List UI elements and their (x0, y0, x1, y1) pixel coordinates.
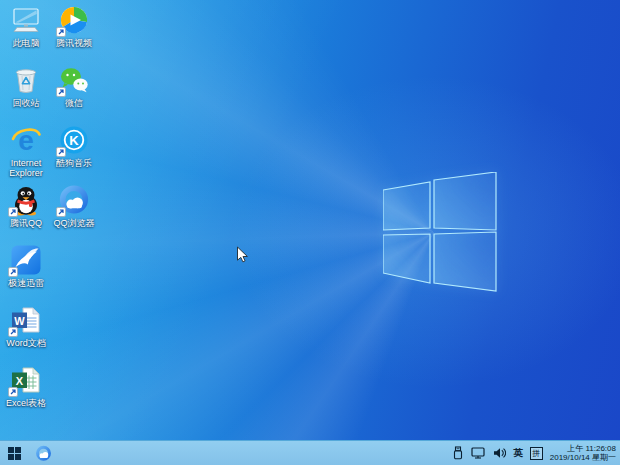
icon-label: 微信 (65, 98, 83, 108)
icon-label: Excel表格 (6, 398, 46, 408)
icon-label: Word文档 (6, 338, 45, 348)
desktop-icon-word-document[interactable]: W Word文档 (2, 304, 50, 364)
shortcut-arrow-icon (57, 208, 65, 216)
desktop-icon-this-pc[interactable]: 此电脑 (2, 4, 50, 64)
desktop-icon-recycle-bin[interactable]: 回收站 (2, 64, 50, 124)
tencent-qq-icon (10, 184, 42, 216)
icon-label: 腾讯视频 (56, 38, 92, 48)
shortcut-arrow-icon (57, 148, 65, 156)
shortcut-badge (56, 27, 66, 37)
internet-explorer-icon: e (10, 124, 42, 156)
shortcut-arrow-icon (9, 328, 17, 336)
desktop-icon-kugou-music[interactable]: K 酷狗音乐 (50, 124, 98, 184)
svg-text:W: W (14, 315, 25, 327)
volume-speaker-icon[interactable] (493, 447, 506, 459)
shortcut-badge (56, 207, 66, 217)
clock-time: 上午 11:26:08 (550, 444, 616, 454)
input-language-indicator[interactable]: 英 (513, 447, 523, 460)
ime-pinyin-badge[interactable]: 拼 (530, 447, 543, 460)
shortcut-badge (56, 87, 66, 97)
taskbar: 英 拼 上午 11:26:08 2019/10/14 星期一 (0, 440, 620, 465)
this-pc-icon (10, 4, 42, 36)
shortcut-badge (8, 207, 18, 217)
network-ethernet-icon[interactable] (471, 447, 486, 459)
start-button[interactable] (0, 441, 29, 465)
icon-label: 回收站 (13, 98, 40, 108)
shortcut-badge (56, 147, 66, 157)
kugou-music-icon: K (58, 124, 90, 156)
usb-safely-remove-icon[interactable] (452, 446, 464, 460)
icon-label: 极速迅雷 (8, 278, 44, 288)
qq-browser-icon (35, 445, 52, 462)
shortcut-badge (8, 387, 18, 397)
system-tray: 英 拼 上午 11:26:08 2019/10/14 星期一 (452, 441, 620, 465)
shortcut-arrow-icon (9, 268, 17, 276)
wechat-icon (58, 64, 90, 96)
shortcut-badge (8, 327, 18, 337)
desktop-icon-internet-explorer[interactable]: e Internet Explorer (2, 124, 50, 184)
word-document-icon: W (10, 304, 42, 336)
icon-label: Internet Explorer (2, 158, 50, 178)
windows-desktop: 此电脑 腾讯视频 (0, 0, 620, 465)
recycle-bin-icon (10, 64, 42, 96)
desktop-icon-excel-spreadsheet[interactable]: X Excel表格 (2, 364, 50, 424)
icon-label: 此电脑 (13, 38, 40, 48)
shortcut-arrow-icon (57, 28, 65, 36)
tencent-video-icon (58, 4, 90, 36)
qq-browser-icon (58, 184, 90, 216)
icon-label: QQ浏览器 (53, 218, 94, 228)
mouse-cursor-icon (236, 246, 249, 264)
windows-start-icon (8, 447, 21, 460)
icon-label: 酷狗音乐 (56, 158, 92, 168)
clock-date: 2019/10/14 星期一 (550, 453, 616, 463)
icon-label: 腾讯QQ (10, 218, 42, 228)
windows-logo-wallpaper (383, 172, 497, 293)
shortcut-arrow-icon (57, 88, 65, 96)
shortcut-arrow-icon (9, 208, 17, 216)
svg-text:X: X (16, 375, 24, 387)
shortcut-badge (8, 267, 18, 277)
desktop-icon-qq-browser[interactable]: QQ浏览器 (50, 184, 98, 244)
taskbar-pinned-qq-browser[interactable] (29, 441, 57, 465)
desktop-icon-tencent-qq[interactable]: 腾讯QQ (2, 184, 50, 244)
excel-spreadsheet-icon: X (10, 364, 42, 396)
desktop-icon-wechat[interactable]: 微信 (50, 64, 98, 124)
desktop-icon-xunlei-thunder[interactable]: 极速迅雷 (2, 244, 50, 304)
desktop-icon-grid: 此电脑 腾讯视频 (2, 4, 98, 424)
xunlei-thunder-icon (10, 244, 42, 276)
svg-text:K: K (69, 133, 79, 148)
desktop-icon-tencent-video[interactable]: 腾讯视频 (50, 4, 98, 64)
shortcut-arrow-icon (9, 388, 17, 396)
tray-clock[interactable]: 上午 11:26:08 2019/10/14 星期一 (550, 444, 616, 463)
